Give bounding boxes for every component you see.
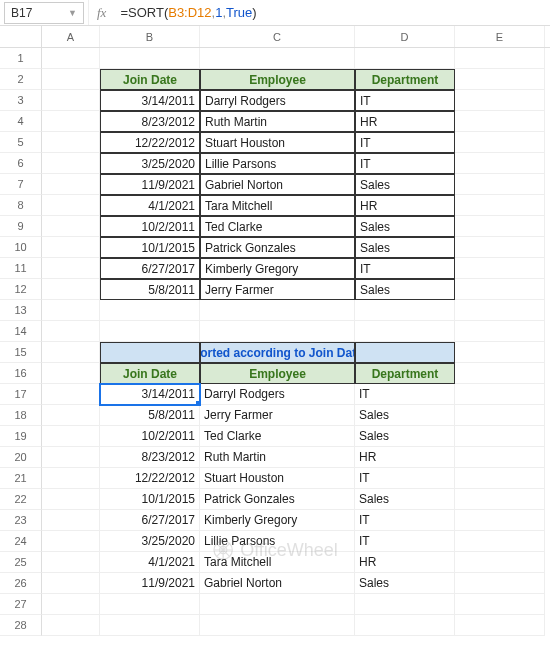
cell-C10[interactable]: Patrick Gonzales xyxy=(200,237,355,258)
cell-E4[interactable] xyxy=(455,111,545,132)
cell-A14[interactable] xyxy=(42,321,100,342)
cell-C5[interactable]: Stuart Houston xyxy=(200,132,355,153)
row-header[interactable]: 2 xyxy=(0,69,42,90)
cell-D17[interactable]: IT xyxy=(355,384,455,405)
cell-E28[interactable] xyxy=(455,615,545,636)
row-header[interactable]: 3 xyxy=(0,90,42,111)
cell-D20[interactable]: HR xyxy=(355,447,455,468)
fill-handle[interactable] xyxy=(196,401,200,405)
cell-E11[interactable] xyxy=(455,258,545,279)
cell-E22[interactable] xyxy=(455,489,545,510)
cell-B23[interactable]: 6/27/2017 xyxy=(100,510,200,531)
cell-C15[interactable]: Sorted according to Join Date xyxy=(200,342,355,363)
row-header[interactable]: 7 xyxy=(0,174,42,195)
cell-B12[interactable]: 5/8/2011 xyxy=(100,279,200,300)
cell-C8[interactable]: Tara Mitchell xyxy=(200,195,355,216)
cell-C11[interactable]: Kimberly Gregory xyxy=(200,258,355,279)
cell-E7[interactable] xyxy=(455,174,545,195)
cell-C24[interactable]: Lillie Parsons xyxy=(200,531,355,552)
cell-D14[interactable] xyxy=(355,321,455,342)
cell-D16[interactable]: Department xyxy=(355,363,455,384)
cell-B6[interactable]: 3/25/2020 xyxy=(100,153,200,174)
cell-C22[interactable]: Patrick Gonzales xyxy=(200,489,355,510)
cell-B26[interactable]: 11/9/2021 xyxy=(100,573,200,594)
cell-E27[interactable] xyxy=(455,594,545,615)
row-header[interactable]: 20 xyxy=(0,447,42,468)
cell-B5[interactable]: 12/22/2012 xyxy=(100,132,200,153)
cell-E9[interactable] xyxy=(455,216,545,237)
cell-E1[interactable] xyxy=(455,48,545,69)
cell-D25[interactable]: HR xyxy=(355,552,455,573)
cell-A8[interactable] xyxy=(42,195,100,216)
cell-C25[interactable]: Tara Mitchell xyxy=(200,552,355,573)
cell-E3[interactable] xyxy=(455,90,545,111)
cell-B14[interactable] xyxy=(100,321,200,342)
row-header[interactable]: 11 xyxy=(0,258,42,279)
cell-D11[interactable]: IT xyxy=(355,258,455,279)
row-header[interactable]: 13 xyxy=(0,300,42,321)
cell-E18[interactable] xyxy=(455,405,545,426)
select-all-corner[interactable] xyxy=(0,26,42,47)
formula-input[interactable]: =SORT(B3:D12,1,True) xyxy=(114,0,550,25)
cell-A7[interactable] xyxy=(42,174,100,195)
cell-C7[interactable]: Gabriel Norton xyxy=(200,174,355,195)
cell-D13[interactable] xyxy=(355,300,455,321)
cell-E16[interactable] xyxy=(455,363,545,384)
cell-A20[interactable] xyxy=(42,447,100,468)
cell-A27[interactable] xyxy=(42,594,100,615)
cell-B27[interactable] xyxy=(100,594,200,615)
cell-E14[interactable] xyxy=(455,321,545,342)
cell-C12[interactable]: Jerry Farmer xyxy=(200,279,355,300)
cell-B9[interactable]: 10/2/2011 xyxy=(100,216,200,237)
dropdown-icon[interactable]: ▼ xyxy=(68,8,77,18)
cell-B18[interactable]: 5/8/2011 xyxy=(100,405,200,426)
row-header[interactable]: 6 xyxy=(0,153,42,174)
cell-A3[interactable] xyxy=(42,90,100,111)
col-header-D[interactable]: D xyxy=(355,26,455,47)
cell-D28[interactable] xyxy=(355,615,455,636)
cell-E6[interactable] xyxy=(455,153,545,174)
cell-C23[interactable]: Kimberly Gregory xyxy=(200,510,355,531)
row-header[interactable]: 8 xyxy=(0,195,42,216)
cell-E20[interactable] xyxy=(455,447,545,468)
cell-A21[interactable] xyxy=(42,468,100,489)
cell-B22[interactable]: 10/1/2015 xyxy=(100,489,200,510)
cell-C16[interactable]: Employee xyxy=(200,363,355,384)
cell-B24[interactable]: 3/25/2020 xyxy=(100,531,200,552)
row-header[interactable]: 26 xyxy=(0,573,42,594)
cell-A5[interactable] xyxy=(42,132,100,153)
cell-A11[interactable] xyxy=(42,258,100,279)
cell-B21[interactable]: 12/22/2012 xyxy=(100,468,200,489)
col-header-A[interactable]: A xyxy=(42,26,100,47)
cell-D22[interactable]: Sales xyxy=(355,489,455,510)
cell-C17[interactable]: Darryl Rodgers xyxy=(200,384,355,405)
cell-D6[interactable]: IT xyxy=(355,153,455,174)
cell-C27[interactable] xyxy=(200,594,355,615)
cell-C9[interactable]: Ted Clarke xyxy=(200,216,355,237)
row-header[interactable]: 15 xyxy=(0,342,42,363)
cell-C21[interactable]: Stuart Houston xyxy=(200,468,355,489)
cell-A1[interactable] xyxy=(42,48,100,69)
cell-D26[interactable]: Sales xyxy=(355,573,455,594)
row-header[interactable]: 10 xyxy=(0,237,42,258)
cell-A12[interactable] xyxy=(42,279,100,300)
cell-D4[interactable]: HR xyxy=(355,111,455,132)
row-header[interactable]: 5 xyxy=(0,132,42,153)
cell-A10[interactable] xyxy=(42,237,100,258)
cell-B15[interactable] xyxy=(100,342,200,363)
cell-C18[interactable]: Jerry Farmer xyxy=(200,405,355,426)
row-header[interactable]: 18 xyxy=(0,405,42,426)
cell-E12[interactable] xyxy=(455,279,545,300)
cell-D8[interactable]: HR xyxy=(355,195,455,216)
row-header[interactable]: 25 xyxy=(0,552,42,573)
cell-D1[interactable] xyxy=(355,48,455,69)
cell-B20[interactable]: 8/23/2012 xyxy=(100,447,200,468)
cell-B2[interactable]: Join Date xyxy=(100,69,200,90)
cell-C4[interactable]: Ruth Martin xyxy=(200,111,355,132)
cell-E13[interactable] xyxy=(455,300,545,321)
row-header[interactable]: 28 xyxy=(0,615,42,636)
cell-B10[interactable]: 10/1/2015 xyxy=(100,237,200,258)
row-header[interactable]: 17 xyxy=(0,384,42,405)
cell-D5[interactable]: IT xyxy=(355,132,455,153)
row-header[interactable]: 16 xyxy=(0,363,42,384)
